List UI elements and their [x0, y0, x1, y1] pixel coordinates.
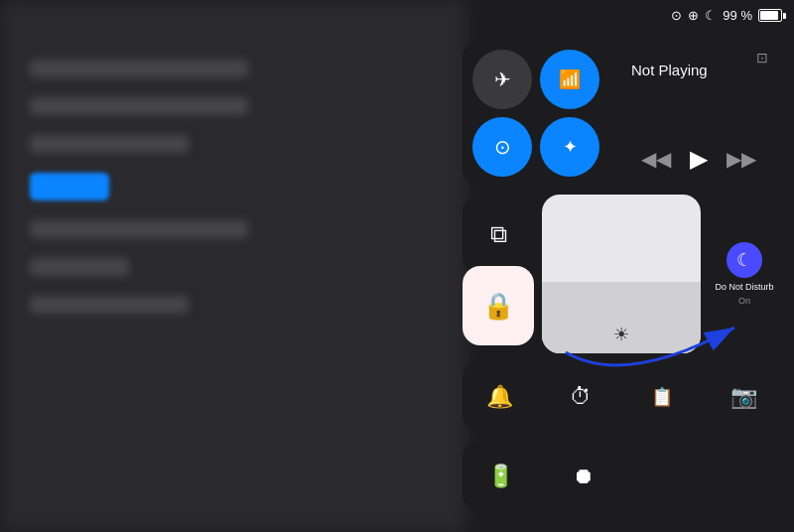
sidebar-item: [30, 97, 248, 115]
control-center: ✈ 📶 ⊙ ✦ ⊡ Not Playing ◀◀ ▶ ▶▶: [463, 40, 780, 512]
battery-percent: 99 %: [723, 8, 752, 23]
empty-tile: [629, 441, 780, 512]
sidebar-item: [30, 135, 189, 153]
brightness-slider[interactable]: ☀: [542, 195, 701, 353]
brightness-icon: ☀: [613, 324, 629, 345]
sidebar-content: [30, 60, 407, 333]
sidebar-item: [30, 296, 189, 314]
airplane-mode-button[interactable]: ✈: [472, 50, 532, 109]
text-size-button[interactable]: 📋: [625, 361, 699, 433]
sidebar-item: [30, 60, 248, 77]
next-track-button[interactable]: ▶▶: [727, 147, 756, 171]
now-playing-title: Not Playing: [631, 62, 766, 78]
row-quick-controls: 🔔 ⏱ 📋 📷: [463, 361, 780, 433]
wifi-status-icon: ⊙: [671, 8, 682, 23]
moon-icon: ☾: [705, 8, 717, 23]
battery-icon: [758, 9, 782, 22]
row-connectivity-nowplaying: ✈ 📶 ⊙ ✦ ⊡ Not Playing ◀◀ ▶ ▶▶: [463, 40, 780, 187]
cellular-button[interactable]: 📶: [540, 50, 599, 109]
now-playing-widget: ⊡ Not Playing ◀◀ ▶ ▶▶: [617, 40, 780, 187]
wifi-icon: ⊙: [494, 135, 511, 159]
battery-widget-button[interactable]: 🔋: [463, 441, 538, 512]
wifi-button[interactable]: ⊙: [472, 117, 532, 177]
screen-mirror-button[interactable]: ⧉: [463, 195, 534, 274]
battery-tile-icon: 🔋: [487, 464, 514, 489]
rotation-lock-button[interactable]: 🔒: [463, 266, 534, 345]
text-size-icon: 📋: [651, 386, 673, 408]
status-bar: ⊙ ⊕ ☾ 99 %: [671, 8, 782, 23]
camera-icon: 📷: [730, 384, 757, 410]
bluetooth-button[interactable]: ✦: [540, 117, 599, 177]
airplay-icon[interactable]: ⊡: [756, 50, 768, 66]
silent-mode-button[interactable]: 🔔: [463, 361, 536, 433]
screen-record-icon: ⏺: [573, 464, 595, 489]
sidebar-item: [30, 258, 129, 276]
screen-record-button[interactable]: ⏺: [546, 441, 621, 512]
rotation-lock-icon: 🔒: [482, 291, 514, 322]
playback-controls: ◀◀ ▶ ▶▶: [631, 145, 766, 173]
airplane-icon: ✈: [494, 67, 511, 91]
connectivity-grid: ✈ 📶 ⊙ ✦: [463, 40, 609, 187]
camera-button[interactable]: 📷: [707, 361, 780, 433]
row-battery-record: 🔋 ⏺: [463, 441, 780, 512]
clock-icon: ⊕: [688, 8, 699, 23]
screen-mirror-icon: ⧉: [490, 220, 507, 248]
play-pause-button[interactable]: ▶: [690, 145, 708, 173]
timer-button[interactable]: ⏱: [544, 361, 617, 433]
sidebar-item: [30, 220, 248, 238]
previous-track-button[interactable]: ◀◀: [641, 147, 671, 171]
bluetooth-icon: ✦: [563, 136, 578, 158]
timer-icon: ⏱: [570, 384, 592, 410]
cellular-icon: 📶: [559, 68, 581, 90]
bell-icon: 🔔: [486, 384, 513, 410]
sidebar-selected-item: [30, 173, 109, 200]
